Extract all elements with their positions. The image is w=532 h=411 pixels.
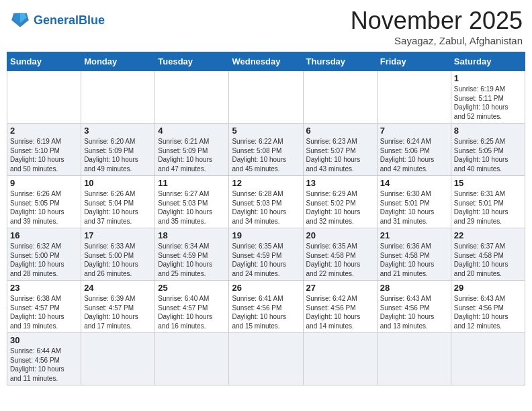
calendar-cell: 16Sunrise: 6:32 AM Sunset: 5:00 PM Dayli… [7,228,81,281]
weekday-header-saturday: Saturday [451,52,525,71]
day-info: Sunrise: 6:39 AM Sunset: 4:57 PM Dayligh… [84,294,152,330]
day-info: Sunrise: 6:30 AM Sunset: 5:01 PM Dayligh… [380,189,448,226]
day-info: Sunrise: 6:23 AM Sunset: 5:07 PM Dayligh… [306,137,374,173]
day-info: Sunrise: 6:36 AM Sunset: 4:58 PM Dayligh… [380,242,448,278]
day-number: 3 [84,126,152,136]
day-number: 11 [158,178,226,188]
weekday-header-monday: Monday [81,52,155,71]
calendar-cell [377,333,451,385]
day-info: Sunrise: 6:37 AM Sunset: 4:58 PM Dayligh… [454,242,522,278]
calendar-cell [303,333,377,385]
calendar-cell: 4Sunrise: 6:21 AM Sunset: 5:09 PM Daylig… [155,124,229,176]
calendar-cell: 19Sunrise: 6:35 AM Sunset: 4:59 PM Dayli… [229,228,303,281]
day-info: Sunrise: 6:28 AM Sunset: 5:03 PM Dayligh… [232,189,300,226]
day-info: Sunrise: 6:20 AM Sunset: 5:09 PM Dayligh… [84,137,152,173]
day-info: Sunrise: 6:42 AM Sunset: 4:56 PM Dayligh… [306,294,374,330]
calendar-cell: 23Sunrise: 6:38 AM Sunset: 4:57 PM Dayli… [7,281,81,333]
day-number: 23 [10,283,78,293]
day-number: 14 [380,178,448,188]
day-info: Sunrise: 6:19 AM Sunset: 5:10 PM Dayligh… [10,137,78,173]
calendar-row-2: 9Sunrise: 6:26 AM Sunset: 5:05 PM Daylig… [7,176,525,228]
day-number: 22 [454,230,522,240]
title-block: November 2025 Sayagaz, Zabul, Afghanista… [351,7,523,46]
calendar-cell: 2Sunrise: 6:19 AM Sunset: 5:10 PM Daylig… [7,124,81,176]
calendar-cell: 5Sunrise: 6:22 AM Sunset: 5:08 PM Daylig… [229,124,303,176]
day-number: 2 [10,126,78,136]
day-number: 7 [380,126,448,136]
day-info: Sunrise: 6:32 AM Sunset: 5:00 PM Dayligh… [10,242,78,278]
calendar-cell: 17Sunrise: 6:33 AM Sunset: 5:00 PM Dayli… [81,228,155,281]
calendar-cell: 25Sunrise: 6:40 AM Sunset: 4:57 PM Dayli… [155,281,229,333]
day-number: 12 [232,178,300,188]
day-info: Sunrise: 6:40 AM Sunset: 4:57 PM Dayligh… [158,294,226,330]
day-info: Sunrise: 6:29 AM Sunset: 5:02 PM Dayligh… [306,189,374,226]
calendar-cell: 3Sunrise: 6:20 AM Sunset: 5:09 PM Daylig… [81,124,155,176]
day-number: 18 [158,230,226,240]
day-info: Sunrise: 6:27 AM Sunset: 5:03 PM Dayligh… [158,189,226,226]
calendar-cell: 13Sunrise: 6:29 AM Sunset: 5:02 PM Dayli… [303,176,377,228]
calendar-cell: 27Sunrise: 6:42 AM Sunset: 4:56 PM Dayli… [303,281,377,333]
day-number: 10 [84,178,152,188]
day-info: Sunrise: 6:26 AM Sunset: 5:04 PM Dayligh… [84,189,152,226]
calendar-cell: 14Sunrise: 6:30 AM Sunset: 5:01 PM Dayli… [377,176,451,228]
day-number: 21 [380,230,448,240]
day-number: 5 [232,126,300,136]
location-subtitle: Sayagaz, Zabul, Afghanistan [351,35,523,46]
calendar-cell: 28Sunrise: 6:43 AM Sunset: 4:56 PM Dayli… [377,281,451,333]
day-number: 20 [306,230,374,240]
logo-text: GeneralBlue [34,14,105,27]
logo: GeneralBlue [9,11,105,30]
day-number: 4 [158,126,226,136]
day-number: 15 [454,178,522,188]
weekday-header-friday: Friday [377,52,451,71]
calendar-cell: 24Sunrise: 6:39 AM Sunset: 4:57 PM Dayli… [81,281,155,333]
calendar-cell: 30Sunrise: 6:44 AM Sunset: 4:56 PM Dayli… [7,333,81,385]
calendar-cell: 20Sunrise: 6:35 AM Sunset: 4:58 PM Dayli… [303,228,377,281]
day-number: 30 [10,335,78,345]
weekday-header-thursday: Thursday [303,52,377,71]
calendar-cell [155,71,229,124]
day-info: Sunrise: 6:22 AM Sunset: 5:08 PM Dayligh… [232,137,300,173]
calendar-row-4: 23Sunrise: 6:38 AM Sunset: 4:57 PM Dayli… [7,281,525,333]
day-number: 27 [306,283,374,293]
day-number: 24 [84,283,152,293]
day-info: Sunrise: 6:43 AM Sunset: 4:56 PM Dayligh… [380,294,448,330]
day-info: Sunrise: 6:33 AM Sunset: 5:00 PM Dayligh… [84,242,152,278]
calendar-cell: 15Sunrise: 6:31 AM Sunset: 5:01 PM Dayli… [451,176,525,228]
day-number: 29 [454,283,522,293]
weekday-header-sunday: Sunday [7,52,81,71]
day-number: 9 [10,178,78,188]
calendar-cell [81,71,155,124]
weekday-header-row: SundayMondayTuesdayWednesdayThursdayFrid… [7,52,525,71]
day-number: 16 [10,230,78,240]
day-info: Sunrise: 6:44 AM Sunset: 4:56 PM Dayligh… [10,347,78,383]
day-info: Sunrise: 6:24 AM Sunset: 5:06 PM Dayligh… [380,137,448,173]
calendar-cell [451,333,525,385]
calendar-cell: 8Sunrise: 6:25 AM Sunset: 5:05 PM Daylig… [451,124,525,176]
day-info: Sunrise: 6:35 AM Sunset: 4:58 PM Dayligh… [306,242,374,278]
day-number: 19 [232,230,300,240]
day-info: Sunrise: 6:41 AM Sunset: 4:56 PM Dayligh… [232,294,300,330]
day-number: 13 [306,178,374,188]
calendar-cell [7,71,81,124]
day-number: 26 [232,283,300,293]
calendar-cell [303,71,377,124]
calendar-row-0: 1Sunrise: 6:19 AM Sunset: 5:11 PM Daylig… [7,71,525,124]
day-info: Sunrise: 6:35 AM Sunset: 4:59 PM Dayligh… [232,242,300,278]
calendar-cell: 7Sunrise: 6:24 AM Sunset: 5:06 PM Daylig… [377,124,451,176]
calendar-cell: 11Sunrise: 6:27 AM Sunset: 5:03 PM Dayli… [155,176,229,228]
month-title: November 2025 [351,7,523,35]
day-info: Sunrise: 6:38 AM Sunset: 4:57 PM Dayligh… [10,294,78,330]
day-number: 6 [306,126,374,136]
calendar-cell [155,333,229,385]
calendar-cell: 10Sunrise: 6:26 AM Sunset: 5:04 PM Dayli… [81,176,155,228]
day-info: Sunrise: 6:19 AM Sunset: 5:11 PM Dayligh… [454,85,522,121]
day-info: Sunrise: 6:26 AM Sunset: 5:05 PM Dayligh… [10,189,78,226]
day-number: 1 [454,73,522,83]
calendar-cell: 26Sunrise: 6:41 AM Sunset: 4:56 PM Dayli… [229,281,303,333]
day-number: 28 [380,283,448,293]
calendar-cell [81,333,155,385]
calendar-cell: 22Sunrise: 6:37 AM Sunset: 4:58 PM Dayli… [451,228,525,281]
weekday-header-tuesday: Tuesday [155,52,229,71]
calendar-cell [377,71,451,124]
